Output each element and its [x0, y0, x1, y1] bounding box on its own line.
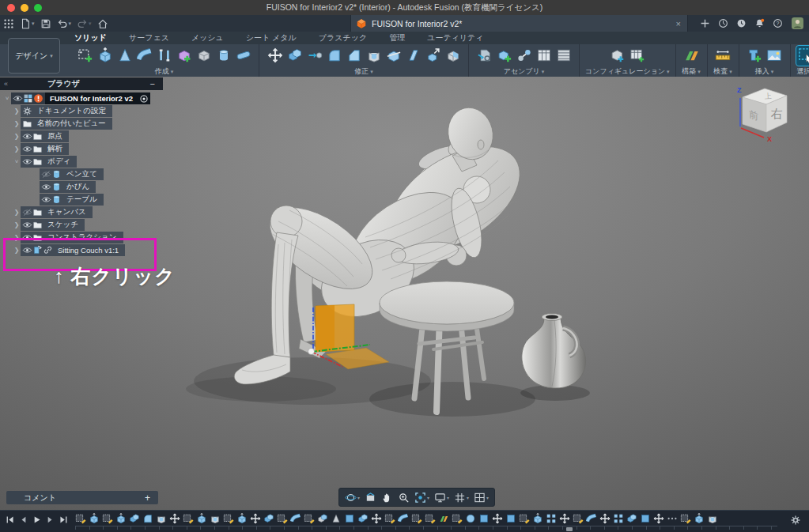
toolbar-group-label[interactable]: アセンブリ [504, 66, 545, 77]
chevron-right-icon[interactable]: ❯ [13, 108, 21, 115]
nav-zoom-button[interactable] [396, 492, 411, 504]
nav-pan-button[interactable] [380, 492, 395, 504]
tool-bom-table[interactable] [554, 46, 573, 66]
browser-row-analysis[interactable]: ❯解析 [0, 143, 163, 155]
toolbar-group-label[interactable]: 選択 [796, 66, 809, 77]
browser-row-named-views[interactable]: ❯名前の付いたビュー [0, 118, 163, 130]
toolbar-group-label[interactable]: 検査 [713, 66, 732, 77]
eye-icon[interactable] [22, 220, 32, 230]
workspace-selector[interactable]: デザイン [8, 38, 60, 74]
timeline-ruler[interactable] [75, 526, 777, 530]
eye-off-icon[interactable] [41, 169, 51, 179]
browser-row-label[interactable]: かびん [63, 181, 96, 193]
toolbar-group-label[interactable]: 構築 [682, 66, 700, 77]
eye-icon[interactable] [41, 182, 51, 192]
toolbar-group-label[interactable]: 作成 [155, 66, 173, 77]
view-cube[interactable]: 上 前 右 Z X [732, 81, 801, 151]
activate-icon[interactable] [139, 94, 149, 104]
eye-icon[interactable] [22, 131, 32, 141]
browser-row-body-table[interactable]: テーブル [0, 194, 163, 206]
tool-offset-face[interactable] [304, 46, 324, 66]
tool-measure[interactable] [713, 46, 733, 66]
nav-multiple-views-button[interactable]: ▾ [472, 492, 490, 504]
tool-primitive-torus[interactable] [233, 46, 253, 66]
nav-fit-button[interactable]: ▾ [413, 492, 431, 504]
ribbon-tab-サーフェス[interactable]: サーフェス [127, 32, 171, 44]
tool-press-pull[interactable] [285, 46, 304, 66]
nav-orbit-button[interactable]: ▾ [343, 492, 361, 504]
help-button[interactable]: ? [773, 18, 783, 28]
document-tab[interactable]: FUISON for Interior2 v2* × [350, 15, 688, 32]
browser-row-label[interactable]: スケッチ [44, 219, 85, 231]
timeline-go-to-end-button[interactable] [59, 514, 69, 528]
close-tab-button[interactable]: × [676, 19, 681, 28]
tool-configuration-cube[interactable] [607, 46, 627, 66]
job-status-button[interactable] [718, 18, 728, 28]
undo-button[interactable]: ▾ [57, 18, 72, 29]
tool-create-form[interactable] [174, 46, 194, 66]
tool-loft[interactable] [154, 46, 174, 66]
browser-header[interactable]: « ブラウザ − [0, 77, 163, 90]
tool-primitive-box[interactable] [194, 46, 214, 66]
browser-row-canvases[interactable]: ❯キャンバス [0, 206, 163, 218]
notifications-button[interactable] [754, 18, 765, 28]
browser-row-body-pen-stand[interactable]: ペン立て [0, 168, 163, 180]
comment-bar[interactable]: コメント + [6, 491, 158, 504]
browser-row-bodies[interactable]: ˅ボディ [0, 156, 163, 168]
browser-row-label[interactable]: 解析 [44, 143, 69, 155]
tool-shell[interactable] [364, 46, 384, 66]
browser-row-body-vase[interactable]: かびん [0, 181, 163, 193]
browser-row-sketches[interactable]: ❯スケッチ [0, 219, 163, 231]
tool-joint[interactable] [514, 46, 534, 66]
tool-draft[interactable] [403, 46, 423, 66]
nav-display-settings-button[interactable]: ▾ [433, 492, 451, 504]
tool-select-window[interactable] [796, 46, 809, 66]
chevron-right-icon[interactable]: ❯ [13, 221, 21, 228]
browser-row-label[interactable]: キャンバス [44, 206, 93, 218]
eye-off-icon[interactable] [22, 207, 32, 217]
browser-row-label[interactable]: テーブル [63, 194, 104, 206]
ribbon-tab-ユーティリティ[interactable]: ユーティリティ [425, 32, 485, 44]
browser-row-root[interactable]: ˅FUISON for Interior2 v2 [0, 92, 163, 104]
tool-derive[interactable] [474, 46, 494, 66]
tool-split-body[interactable] [384, 46, 403, 66]
chevron-right-icon[interactable]: ❯ [13, 209, 21, 216]
eye-icon[interactable] [22, 157, 32, 167]
ribbon-tab-管理[interactable]: 管理 [387, 32, 406, 44]
browser-row-origin[interactable]: ❯原点 [0, 130, 163, 142]
tool-primitive-cylinder[interactable] [214, 46, 233, 66]
save-button[interactable] [40, 18, 51, 29]
ribbon-tab-シート メタル[interactable]: シート メタル [244, 32, 298, 44]
chevron-down-icon[interactable]: ˅ [13, 158, 21, 165]
ribbon-tab-メッシュ[interactable]: メッシュ [190, 32, 225, 44]
timeline-position-marker[interactable] [566, 527, 573, 531]
recent-data-button[interactable] [736, 18, 747, 28]
nav-grid-display-button[interactable]: ▾ [452, 492, 471, 504]
tool-fillet[interactable] [324, 46, 344, 66]
browser-row-label[interactable]: 原点 [44, 130, 69, 142]
tool-revolve[interactable] [115, 46, 134, 66]
eye-icon[interactable] [13, 93, 23, 104]
eye-icon[interactable] [41, 194, 51, 205]
browser-row-label[interactable]: ボディ [44, 156, 77, 168]
tool-configuration-table[interactable] [627, 46, 647, 66]
timeline-play-button[interactable] [32, 514, 42, 528]
chevron-down-icon[interactable]: ˅ [3, 95, 11, 102]
redo-button[interactable]: ▾ [77, 18, 92, 29]
timeline-step-forward-button[interactable] [45, 514, 55, 528]
add-comment-button[interactable]: + [145, 492, 150, 504]
browser-row-label[interactable]: FUISON for Interior2 v2 [45, 92, 138, 104]
new-tab-button[interactable] [700, 18, 710, 28]
tool-move[interactable] [265, 46, 285, 66]
tool-insert-canvas[interactable] [765, 46, 784, 66]
application-menu-button[interactable] [3, 18, 14, 29]
tool-extrude[interactable] [95, 46, 115, 66]
timeline-settings-gear-icon[interactable] [790, 515, 801, 526]
profile-button[interactable] [791, 17, 804, 30]
minimize-browser-button[interactable]: − [150, 79, 155, 89]
tool-joint-table[interactable] [534, 46, 554, 66]
timeline-step-back-button[interactable] [18, 514, 28, 528]
browser-row-document-settings[interactable]: ❯ドキュメントの設定 [0, 105, 163, 117]
ribbon-tab-プラスチック[interactable]: プラスチック [317, 32, 369, 44]
browser-row-label[interactable]: 名前の付いたビュー [34, 118, 112, 130]
